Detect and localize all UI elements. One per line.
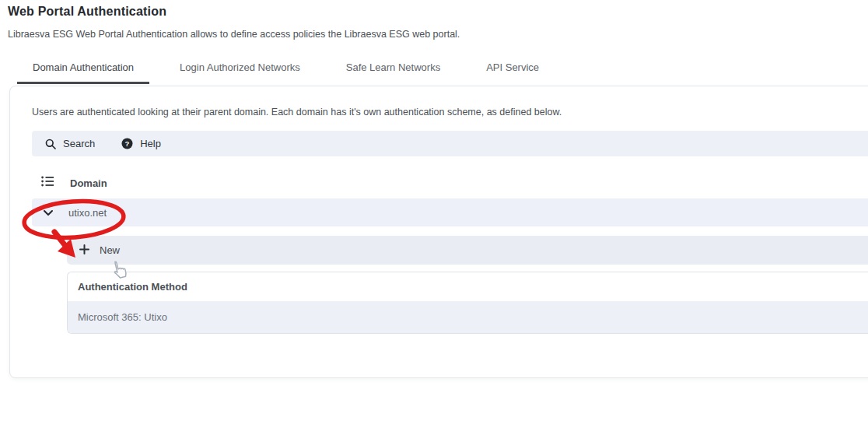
tab-login-authorized-networks[interactable]: Login Authorized Networks bbox=[164, 57, 316, 84]
page-subtitle: Libraesva ESG Web Portal Authentication … bbox=[8, 29, 868, 40]
domain-name: utixo.net bbox=[68, 207, 107, 219]
search-button[interactable]: Search bbox=[45, 138, 95, 149]
page-header: Web Portal Authentication Libraesva ESG … bbox=[0, 0, 868, 40]
list-icon[interactable] bbox=[41, 176, 54, 190]
domain-column-header: Domain bbox=[70, 177, 107, 189]
authentication-method-header: Authentication Method bbox=[68, 272, 868, 301]
help-label: Help bbox=[140, 138, 161, 149]
new-button-label: New bbox=[100, 244, 120, 256]
help-button[interactable]: ? Help bbox=[121, 138, 161, 149]
domain-row-utixo[interactable]: utixo.net bbox=[32, 198, 868, 226]
domain-expanded-section: New Authentication Method Microsoft 365:… bbox=[67, 236, 868, 334]
authentication-method-table: Authentication Method Microsoft 365: Uti… bbox=[67, 272, 868, 334]
search-label: Search bbox=[63, 138, 95, 149]
table-header-row: Domain bbox=[32, 171, 868, 195]
tab-safe-learn-networks[interactable]: Safe Learn Networks bbox=[331, 57, 456, 84]
table-toolbar: Search ? Help bbox=[32, 131, 868, 156]
web-portal-authentication-page: Web Portal Authentication Libraesva ESG … bbox=[0, 0, 868, 421]
tab-domain-authentication[interactable]: Domain Authentication bbox=[17, 57, 149, 84]
new-button[interactable]: New bbox=[67, 236, 868, 265]
page-title: Web Portal Authentication bbox=[8, 5, 868, 19]
authentication-method-row[interactable]: Microsoft 365: Utixo bbox=[68, 301, 868, 333]
help-icon: ? bbox=[121, 138, 133, 149]
tab-api-service[interactable]: API Service bbox=[471, 57, 555, 84]
domain-authentication-panel: Users are authenticated looking at their… bbox=[9, 86, 868, 378]
panel-intro-text: Users are authenticated looking at their… bbox=[32, 107, 868, 118]
svg-text:?: ? bbox=[125, 139, 130, 148]
search-icon bbox=[45, 139, 56, 149]
chevron-down-icon[interactable] bbox=[43, 205, 54, 219]
tab-bar: Domain Authentication Login Authorized N… bbox=[17, 57, 868, 84]
plus-icon bbox=[79, 244, 89, 258]
